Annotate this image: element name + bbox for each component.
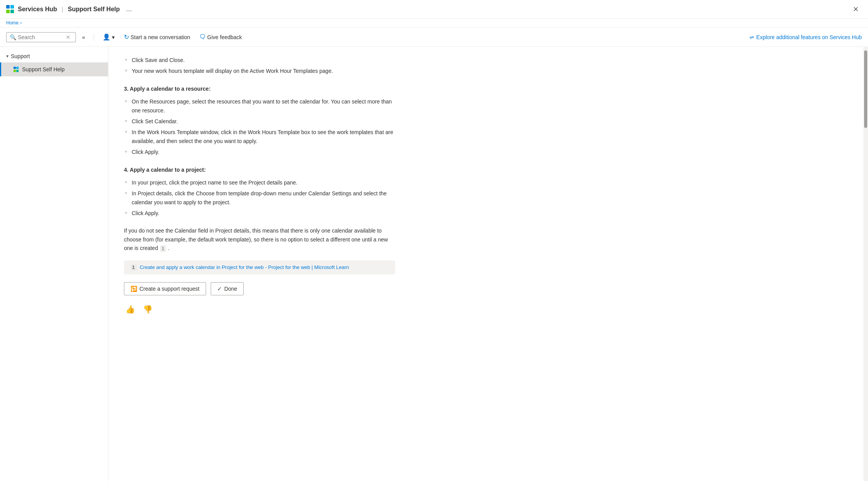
start-conversation-label: Start a new conversation: [131, 34, 190, 40]
list-item: In Project details, click the Choose fro…: [132, 188, 395, 208]
close-button[interactable]: ✕: [850, 3, 862, 15]
content-area: Click Save and Close. Your new work hour…: [108, 47, 868, 481]
scrollbar-thumb[interactable]: [864, 50, 867, 128]
ellipsis-button[interactable]: ...: [123, 3, 135, 15]
list-item: Click Save and Close.: [132, 55, 395, 66]
start-conversation-button[interactable]: ↻ Start a new conversation: [121, 32, 193, 42]
thumbs-up-icon: 👍: [125, 305, 135, 314]
list-item: Click Apply.: [132, 147, 395, 157]
breadcrumb-home[interactable]: Home: [6, 20, 19, 26]
toolbar-right: ⇌ Explore additional features on Service…: [749, 34, 862, 40]
list-item: On the Resources page, select the resour…: [132, 96, 395, 116]
collapse-icon: «: [82, 34, 85, 40]
search-box[interactable]: 🔍 ✕: [6, 32, 76, 42]
collapse-button[interactable]: «: [79, 33, 88, 42]
content-inner: Click Save and Close. Your new work hour…: [124, 55, 395, 315]
step3-section: 3. Apply a calendar to a resource: On th…: [124, 84, 395, 158]
reference-link[interactable]: Create and apply a work calendar in Proj…: [140, 264, 349, 270]
scrollbar-track[interactable]: [863, 47, 868, 481]
feedback-icon: 🗨: [199, 34, 206, 41]
toolbar: 🔍 ✕ « | 👤 ▾ ↻ Start a new conversation 🗨…: [0, 28, 868, 47]
give-feedback-button[interactable]: 🗨 Give feedback: [196, 32, 245, 42]
sidebar-item-icon: [14, 67, 19, 72]
give-feedback-label: Give feedback: [207, 34, 242, 40]
action-buttons: 🔁 Create a support request ✓ Done: [124, 282, 395, 295]
app-logo: [6, 5, 15, 14]
step1-section: Click Save and Close. Your new work hour…: [124, 55, 395, 77]
info-text: If you do not see the Calendar field in …: [124, 226, 395, 252]
dropdown-arrow: ▾: [112, 34, 115, 40]
breadcrumb: Home ›: [0, 19, 868, 28]
search-input[interactable]: [18, 34, 64, 40]
sidebar: ▾ Support Support Self Help: [0, 47, 108, 481]
step1-list: Click Save and Close. Your new work hour…: [124, 55, 395, 77]
explore-icon: ⇌: [749, 34, 754, 40]
sidebar-support-label: Support: [11, 53, 30, 59]
list-item: Click Apply.: [132, 208, 395, 219]
explore-label: Explore additional features on Services …: [756, 34, 862, 40]
thumbs-down-icon: 👎: [143, 305, 153, 314]
person-icon: 👤: [103, 33, 110, 41]
reference-box: 1 Create and apply a work calendar in Pr…: [124, 260, 395, 274]
step3-heading: 3. Apply a calendar to a resource:: [124, 84, 395, 93]
step4-heading: 4. Apply a calendar to a project:: [124, 166, 395, 174]
list-item: In the Work Hours Template window, click…: [132, 127, 395, 147]
step4-section: 4. Apply a calendar to a project: In you…: [124, 166, 395, 219]
step3-list: On the Resources page, select the resour…: [124, 96, 395, 157]
main-layout: ▾ Support Support Self Help Click Save a…: [0, 47, 868, 481]
sidebar-item-self-help[interactable]: Support Self Help: [0, 62, 108, 76]
breadcrumb-separator: ›: [20, 20, 22, 26]
feedback-row: 👍 👎: [124, 303, 395, 315]
thumbs-down-button[interactable]: 👎: [141, 303, 154, 315]
title-bar-left: Services Hub | Support Self Help ...: [6, 3, 135, 15]
chevron-down-icon: ▾: [6, 53, 9, 59]
toolbar-divider-1: |: [93, 33, 95, 41]
info-section: If you do not see the Calendar field in …: [124, 226, 395, 252]
title-bar: Services Hub | Support Self Help ... ✕: [0, 0, 868, 19]
reference-number: 1: [130, 264, 137, 271]
search-icon: 🔍: [10, 34, 16, 40]
thumbs-up-button[interactable]: 👍: [124, 303, 137, 315]
list-item: Click Set Calendar.: [132, 116, 395, 127]
step4-list: In your project, click the project name …: [124, 177, 395, 219]
done-label: Done: [224, 286, 237, 292]
inline-reference-number: 1: [160, 245, 166, 252]
app-name: Services Hub: [18, 6, 57, 13]
list-item: Your new work hours template will displa…: [132, 66, 395, 76]
sidebar-support-header[interactable]: ▾ Support: [0, 50, 108, 62]
refresh-icon: ↻: [124, 33, 129, 41]
explore-link[interactable]: ⇌ Explore additional features on Service…: [749, 34, 862, 40]
create-support-label: Create a support request: [139, 286, 199, 292]
list-item: In your project, click the project name …: [132, 177, 395, 188]
done-button[interactable]: ✓ Done: [211, 282, 244, 295]
sidebar-support-section: ▾ Support Support Self Help: [0, 47, 108, 79]
support-icon: 🔁: [131, 286, 137, 292]
sidebar-item-label: Support Self Help: [22, 66, 65, 72]
page-title: Support Self Help: [68, 6, 120, 13]
check-icon: ✓: [217, 286, 222, 292]
create-support-request-button[interactable]: 🔁 Create a support request: [124, 282, 206, 295]
title-separator: |: [62, 6, 63, 12]
search-clear-icon[interactable]: ✕: [66, 34, 70, 40]
person-dropdown-button[interactable]: 👤 ▾: [100, 32, 118, 42]
